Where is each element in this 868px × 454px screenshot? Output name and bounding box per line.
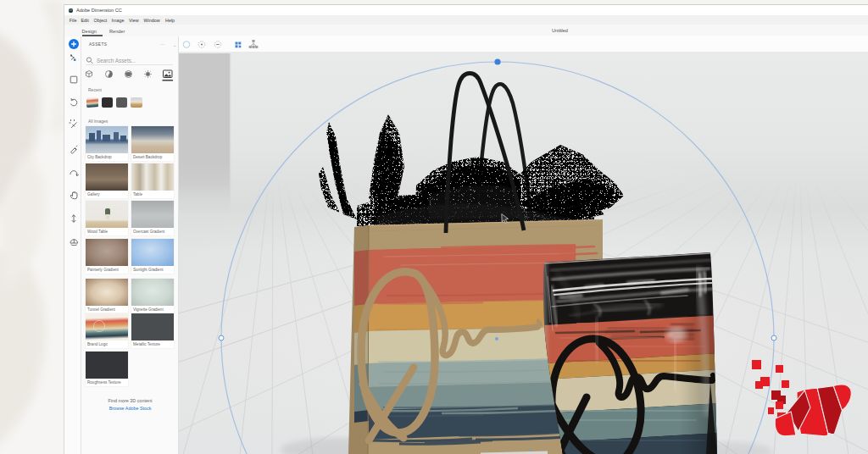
svg-text:Search Assets...: Search Assets... xyxy=(97,58,136,64)
